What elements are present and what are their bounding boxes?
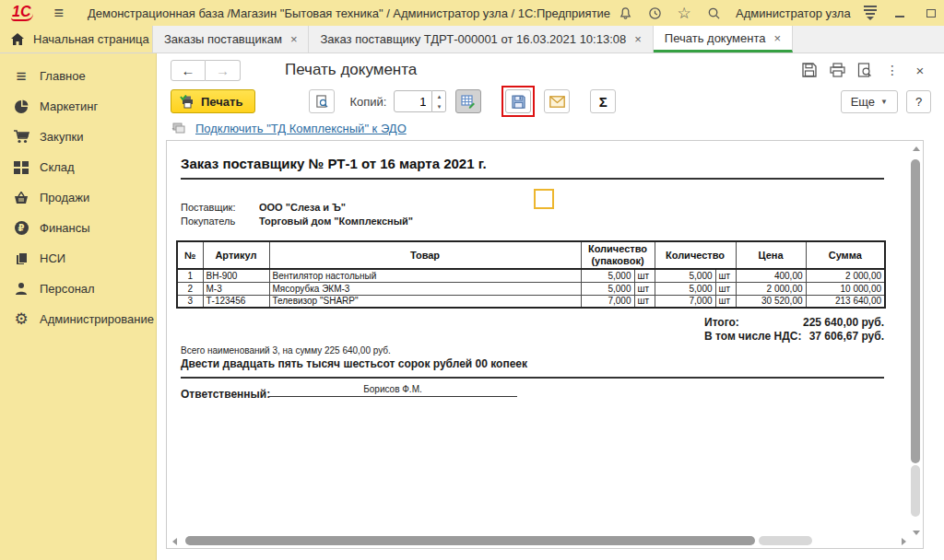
current-user[interactable]: Администратор узла xyxy=(736,6,851,20)
tab-label: Начальная страница xyxy=(33,32,149,46)
tab-purchase-orders[interactable]: Заказы поставщикам × xyxy=(153,26,309,52)
print-icon[interactable] xyxy=(826,60,848,80)
main-menu-icon[interactable]: ≡ xyxy=(53,6,64,20)
search-icon[interactable] xyxy=(699,2,728,24)
sidebar-item-personnel[interactable]: Персонал xyxy=(0,274,156,304)
vat-value: 37 606,67 руб. xyxy=(809,330,884,344)
buyer-row: Покупатель Торговый дом "Комплексный" xyxy=(181,216,235,227)
sigma-icon: Σ xyxy=(599,94,608,110)
buyer-label: Покупатель xyxy=(181,216,235,227)
save-icon[interactable] xyxy=(798,60,820,80)
edit-table-button[interactable] xyxy=(455,89,481,113)
more-button[interactable]: Еще ▼ xyxy=(841,90,898,113)
sidebar-item-purchases[interactable]: Закупки xyxy=(0,122,156,152)
vertical-scroll-thumb[interactable] xyxy=(911,159,920,463)
amount-in-words: Двести двадцать пять тысяч шестьсот соро… xyxy=(181,357,527,370)
tab-bar: Начальная страница Заказы поставщикам × … xyxy=(0,26,944,53)
sidebar-item-label: Финансы xyxy=(40,221,90,235)
document-title: Заказ поставщику № РТ-1 от 16 марта 2021… xyxy=(181,156,487,171)
responsible-label: Ответственный: xyxy=(181,388,270,401)
tab-label: Печать документа xyxy=(665,31,766,45)
copies-stepper[interactable]: ▲ ▼ xyxy=(394,90,446,112)
horizontal-scroll-thumb[interactable] xyxy=(185,536,755,545)
horizontal-scrollbar[interactable] xyxy=(171,536,908,545)
print-button-label: Печать xyxy=(201,95,242,109)
sum-button[interactable]: Σ xyxy=(590,89,616,113)
col-num: № xyxy=(177,241,203,269)
tab-purchase-order-document[interactable]: Заказ поставщику ТДРТ-000001 от 16.03.20… xyxy=(309,26,653,52)
more-button-label: Еще xyxy=(851,95,875,109)
printer-check-icon xyxy=(180,95,195,109)
ruble-coin-icon: ₽ xyxy=(12,220,30,237)
sidebar-item-marketing[interactable]: Маркетинг xyxy=(0,91,156,122)
help-button[interactable]: ? xyxy=(906,90,931,113)
service-menu-icon[interactable] xyxy=(856,6,884,20)
back-button[interactable]: ← xyxy=(171,60,206,81)
save-file-button[interactable] xyxy=(505,89,531,113)
title-bar: 1С ≡ Демонстрационная база /Магазин "Быт… xyxy=(0,0,944,26)
spreadsheet-viewport[interactable]: Заказ поставщику № РТ-1 от 16 марта 2021… xyxy=(166,140,924,549)
favorites-star-icon[interactable]: ☆ xyxy=(669,2,699,24)
sidebar-item-finance[interactable]: ₽ Финансы xyxy=(0,213,156,243)
sidebar-item-sales[interactable]: Продажи xyxy=(0,182,156,213)
scroll-left-icon[interactable] xyxy=(172,538,177,545)
horizontal-scroll-track[interactable] xyxy=(759,536,812,545)
sidebar-item-warehouse[interactable]: Склад xyxy=(0,152,156,182)
shopping-cart-icon xyxy=(12,129,30,146)
tab-label: Заказы поставщикам xyxy=(164,32,282,46)
notifications-bell-icon[interactable] xyxy=(610,2,640,24)
items-summary: Всего наименований 3, на сумму 225 640,0… xyxy=(181,345,391,356)
scroll-up-icon[interactable] xyxy=(913,146,920,151)
app-window: 1С ≡ Демонстрационная база /Магазин "Быт… xyxy=(0,0,944,560)
close-form-icon[interactable]: × xyxy=(909,60,931,80)
basket-icon xyxy=(12,190,30,206)
sidebar-item-label: Маркетинг xyxy=(40,99,98,113)
table-row[interactable]: 3 Т-123456 Телевизор "SHARP" 7,000 шт 7,… xyxy=(177,295,885,308)
more-actions-icon[interactable]: ⋮ xyxy=(881,60,903,80)
form-print-document: ← → Печать документа ⋮ × xyxy=(157,53,944,560)
sidebar-item-main[interactable]: ≡ Главное xyxy=(0,61,156,91)
minimize-button[interactable] xyxy=(884,2,915,24)
forward-button[interactable]: → xyxy=(206,60,241,81)
page-title: Печать документа xyxy=(285,61,417,79)
edo-link-row: Подключить "ТД Комплексный" к ЭДО xyxy=(157,116,944,140)
spin-down-icon[interactable]: ▼ xyxy=(432,101,445,111)
maximize-button[interactable] xyxy=(915,2,944,24)
close-tab-icon[interactable]: × xyxy=(634,32,642,46)
edo-exchange-icon xyxy=(171,122,186,134)
scroll-down-icon[interactable] xyxy=(913,531,920,535)
col-sku: Артикул xyxy=(203,241,269,269)
close-tab-icon[interactable]: × xyxy=(290,32,298,46)
vertical-scrollbar[interactable] xyxy=(911,145,920,537)
sidebar-item-administration[interactable]: ⚙ Администрирование xyxy=(0,304,156,334)
selected-cell-cursor[interactable] xyxy=(534,189,554,209)
scroll-right-icon[interactable] xyxy=(902,538,906,545)
copies-input[interactable] xyxy=(394,90,432,112)
total-value: 225 640,00 руб. xyxy=(803,316,884,330)
vertical-scroll-track[interactable] xyxy=(911,465,920,517)
sidebar-item-label: Продажи xyxy=(40,191,89,204)
sidebar-item-nsi[interactable]: НСИ xyxy=(0,243,156,274)
spin-up-icon[interactable]: ▲ xyxy=(432,91,445,101)
preview-icon[interactable] xyxy=(854,60,876,80)
pie-chart-icon xyxy=(12,99,30,115)
sidebar-item-label: Склад xyxy=(40,160,75,174)
supplier-value: ООО "Слеза и Ъ" xyxy=(259,202,346,213)
gear-icon: ⚙ xyxy=(12,311,30,328)
history-icon[interactable] xyxy=(640,2,669,24)
window-title: Демонстрационная база /Магазин "Бытовая … xyxy=(88,6,610,20)
vat-label: В том числе НДС: xyxy=(704,330,801,344)
table-row[interactable]: 1 ВН-900 Вентилятор настольный 5,000 шт … xyxy=(177,269,885,282)
table-row[interactable]: 2 М-3 Мясорубка ЭКМ-3 5,000 шт 5,000 шт … xyxy=(177,282,885,295)
sidebar-item-label: Главное xyxy=(40,69,86,83)
sidebar-item-label: Закупки xyxy=(40,130,83,144)
person-icon xyxy=(12,281,30,298)
close-tab-icon[interactable]: × xyxy=(773,31,781,45)
send-email-button[interactable] xyxy=(544,89,570,113)
print-preview-button[interactable] xyxy=(309,89,335,113)
edo-connect-link[interactable]: Подключить "ТД Комплексный" к ЭДО xyxy=(195,122,407,135)
print-button[interactable]: Печать xyxy=(171,89,255,113)
tab-home-page[interactable]: Начальная страница xyxy=(0,26,153,52)
1c-logo-icon: 1С xyxy=(11,5,33,21)
tab-print-document[interactable]: Печать документа × xyxy=(654,26,793,52)
